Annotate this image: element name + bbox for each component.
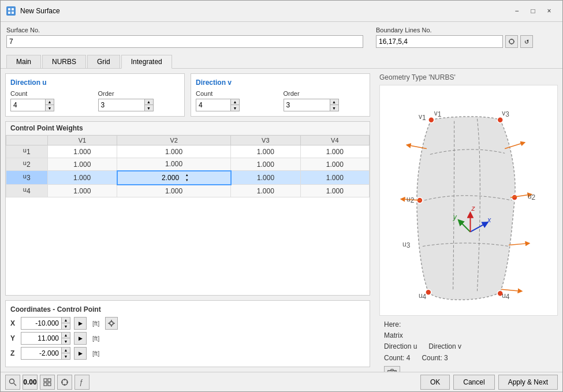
close-button[interactable]: ×: [542, 5, 557, 17]
direction-u-count-up[interactable]: ▲: [46, 99, 54, 105]
tab-integrated[interactable]: Integrated: [121, 55, 172, 69]
camera-button[interactable]: [384, 366, 400, 372]
directions-row: Direction u Count ▲ ▼: [5, 73, 370, 117]
direction-u-order-field: Order ▲ ▼: [98, 90, 180, 111]
minimize-button[interactable]: −: [509, 5, 524, 17]
coord-y-up[interactable]: ▲: [62, 333, 70, 338]
ok-button[interactable]: OK: [420, 375, 450, 390]
search-button[interactable]: [5, 375, 20, 390]
row-u3-v1[interactable]: 1.000: [47, 171, 117, 185]
boundary-pick-button[interactable]: [505, 35, 518, 48]
tab-grid[interactable]: Grid: [87, 55, 120, 68]
main-window: New Surface − □ × Surface No. Boundary L…: [0, 0, 563, 392]
svg-rect-1: [12, 8, 14, 10]
coord-y-input[interactable]: [21, 332, 61, 345]
direction-u-order-down[interactable]: ▼: [145, 105, 153, 111]
grid-button[interactable]: [40, 375, 55, 390]
coord-x-input[interactable]: [21, 317, 61, 330]
coordinate-button[interactable]: 0.00: [23, 375, 38, 390]
direction-u-order-up[interactable]: ▲: [145, 99, 153, 105]
direction-v-count-up[interactable]: ▲: [231, 99, 239, 105]
coord-x-up[interactable]: ▲: [62, 318, 70, 323]
apply-next-button[interactable]: Apply & Next: [498, 375, 558, 390]
direction-u-count-input[interactable]: [10, 99, 45, 111]
row-u1-v1[interactable]: 1.000: [47, 145, 117, 158]
row-u1-v4[interactable]: 1.000: [300, 145, 369, 158]
boundary-refresh-button[interactable]: ↺: [520, 35, 533, 48]
maximize-button[interactable]: □: [525, 5, 540, 17]
row-u1-v2[interactable]: 1.000: [117, 145, 231, 158]
table-row[interactable]: u3 1.000 ▲ ▼: [6, 171, 370, 185]
formula-button[interactable]: ƒ: [74, 375, 90, 390]
coord-x-down[interactable]: ▼: [62, 323, 70, 329]
direction-v-count-down[interactable]: ▼: [231, 105, 239, 111]
surface-no-label: Surface No.: [6, 27, 370, 33]
tab-main[interactable]: Main: [6, 55, 41, 68]
direction-v-order-spinner: ▲ ▼: [284, 99, 366, 111]
info-direction-v: Direction v: [428, 341, 461, 352]
coord-y-arrow-button[interactable]: ▶: [74, 332, 87, 345]
coord-z-unit: [ft]: [92, 350, 99, 357]
editable-cell-up[interactable]: ▲: [184, 173, 191, 178]
coord-z-down[interactable]: ▼: [62, 353, 70, 359]
svg-rect-0: [8, 8, 10, 10]
direction-v-count-input[interactable]: [196, 99, 230, 111]
row-u2-v4[interactable]: 1.000: [300, 158, 369, 171]
coord-z-row: Z ▲ ▼ ▶ [ft]: [10, 347, 365, 360]
row-u3-v2-editable[interactable]: ▲ ▼: [117, 171, 231, 185]
direction-u-count-spinbtns: ▲ ▼: [45, 99, 54, 111]
row-u2-v3[interactable]: 1.000: [231, 158, 301, 171]
coord-y-row: Y ▲ ▼ ▶ [ft]: [10, 332, 365, 345]
direction-v-count-label: Count: [196, 90, 278, 97]
direction-v-order-input[interactable]: [284, 99, 330, 111]
row-u1-v3[interactable]: 1.000: [231, 145, 301, 158]
snap-button[interactable]: [57, 375, 72, 390]
coord-z-arrow-button[interactable]: ▶: [74, 347, 87, 360]
row-u2-v2[interactable]: 1.000: [117, 158, 231, 171]
surface-no-group: Surface No.: [6, 27, 370, 48]
table-row[interactable]: u1 1.000 1.000 1.000 1.000: [6, 145, 370, 158]
coord-z-wrapper: ▲ ▼: [21, 347, 70, 360]
row-u2-v1[interactable]: 1.000: [47, 158, 117, 171]
coord-pick-button[interactable]: [105, 317, 118, 330]
boundary-lines-input[interactable]: [376, 35, 503, 48]
direction-u-count-field: Count ▲ ▼: [10, 90, 92, 111]
coord-x-arrow-button[interactable]: ▶: [74, 317, 87, 330]
svg-rect-3: [12, 12, 14, 14]
row-u3-v3[interactable]: 1.000: [231, 171, 301, 185]
editable-cell-input[interactable]: [158, 173, 184, 183]
table-header-empty: [6, 136, 48, 145]
direction-u-count-label: Count: [10, 90, 92, 97]
coordinates-title: Coordinates - Control Point: [10, 305, 365, 313]
direction-u-count-down[interactable]: ▼: [46, 105, 54, 111]
cancel-button[interactable]: Cancel: [453, 375, 494, 390]
boundary-lines-label: Boundary Lines No.: [376, 27, 557, 33]
right-panel: Geometry Type 'NURBS': [375, 69, 562, 372]
row-u4-v4[interactable]: 1.000: [300, 185, 369, 197]
direction-v-order-down[interactable]: ▼: [330, 105, 338, 111]
coord-z-label: Z: [10, 349, 17, 357]
svg-line-48: [14, 383, 16, 386]
coord-y-down[interactable]: ▼: [62, 338, 70, 344]
row-u4-v1[interactable]: 1.000: [47, 185, 117, 197]
coord-z-up[interactable]: ▲: [62, 348, 70, 353]
row-u4-v3[interactable]: 1.000: [231, 185, 301, 197]
info-here: Here:: [384, 319, 553, 330]
row-u3-v4[interactable]: 1.000: [300, 171, 369, 185]
editable-cell-down[interactable]: ▼: [184, 178, 191, 183]
direction-u-order-spinner: ▲ ▼: [98, 99, 180, 111]
direction-v-order-field: Order ▲ ▼: [284, 90, 366, 111]
table-row[interactable]: u4 1.000 1.000 1.000 1.000: [6, 185, 370, 197]
svg-point-19: [497, 117, 503, 123]
coord-z-spinbtns: ▲ ▼: [61, 347, 70, 360]
direction-u-order-input[interactable]: [98, 99, 144, 111]
coord-z-input[interactable]: [21, 347, 61, 360]
tab-nurbs[interactable]: NURBS: [42, 55, 86, 68]
row-u4-v2[interactable]: 1.000: [117, 185, 231, 197]
direction-v-order-label: Order: [284, 90, 366, 97]
direction-v-order-up[interactable]: ▲: [330, 99, 338, 105]
coord-y-spinbtns: ▲ ▼: [61, 332, 70, 345]
table-row[interactable]: u2 1.000 1.000 1.000 1.000: [6, 158, 370, 171]
boundary-lines-row: ↺: [376, 35, 557, 48]
surface-no-input[interactable]: [6, 35, 363, 48]
